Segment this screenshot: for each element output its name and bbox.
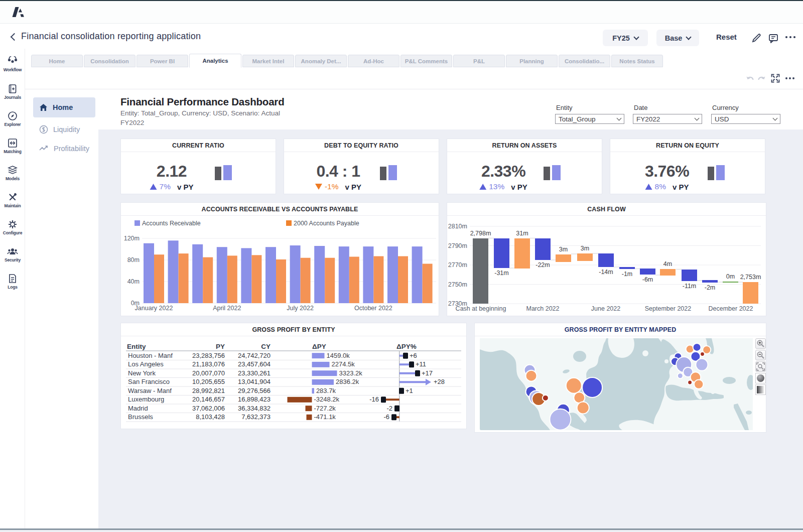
svg-text:+1: +1 bbox=[406, 387, 413, 394]
svg-text:0m: 0m bbox=[726, 273, 735, 280]
svg-text:Entity: Entity bbox=[127, 343, 146, 350]
svg-text:January 2022: January 2022 bbox=[135, 305, 173, 312]
svg-text:120m: 120m bbox=[124, 235, 140, 242]
svg-text:Luxembourg: Luxembourg bbox=[128, 395, 164, 403]
svg-text:-6: -6 bbox=[383, 413, 389, 421]
svg-text:June 2022: June 2022 bbox=[591, 305, 620, 312]
svg-text:+11: +11 bbox=[416, 360, 426, 368]
svg-text:2000 Accounts Payable: 2000 Accounts Payable bbox=[294, 220, 359, 227]
svg-text:80m: 80m bbox=[127, 256, 140, 263]
svg-text:-16: -16 bbox=[369, 395, 379, 403]
svg-text:23,283,756: 23,283,756 bbox=[192, 352, 225, 359]
svg-text:ΔPY: ΔPY bbox=[312, 343, 326, 350]
svg-text:July 2022: July 2022 bbox=[287, 305, 314, 312]
svg-text:2836.2k: 2836.2k bbox=[336, 378, 359, 385]
svg-text:+6: +6 bbox=[410, 352, 417, 359]
svg-text:37,062,006: 37,062,006 bbox=[192, 405, 225, 412]
svg-text:40m: 40m bbox=[127, 278, 140, 285]
svg-text:2790m: 2790m bbox=[448, 242, 467, 249]
svg-text:-14m: -14m bbox=[599, 269, 613, 276]
svg-text:24,742,720: 24,742,720 bbox=[238, 352, 271, 359]
svg-text:-2m: -2m bbox=[705, 284, 716, 291]
svg-text:-1m: -1m bbox=[622, 271, 633, 278]
svg-text:28,992,821: 28,992,821 bbox=[192, 387, 225, 394]
svg-text:-727.2k: -727.2k bbox=[314, 405, 336, 412]
svg-text:2,798m: 2,798m bbox=[470, 230, 491, 237]
svg-text:March 2022: March 2022 bbox=[526, 305, 559, 312]
svg-text:29,276,566: 29,276,566 bbox=[238, 387, 271, 394]
svg-text:Houston - Manf: Houston - Manf bbox=[128, 352, 173, 359]
svg-text:3m: 3m bbox=[581, 245, 589, 252]
svg-text:31m: 31m bbox=[516, 230, 528, 237]
svg-text:Los Angeles: Los Angeles bbox=[128, 360, 164, 368]
svg-text:April 2022: April 2022 bbox=[213, 305, 241, 312]
svg-text:New York: New York bbox=[128, 369, 156, 377]
svg-text:-6m: -6m bbox=[642, 276, 653, 283]
svg-text:-31m: -31m bbox=[494, 270, 508, 277]
svg-text:10,205,655: 10,205,655 bbox=[192, 378, 225, 385]
svg-text:2750m: 2750m bbox=[448, 281, 467, 288]
svg-text:20,007,070: 20,007,070 bbox=[192, 369, 225, 377]
svg-text:-2: -2 bbox=[386, 405, 392, 412]
svg-text:San Francisco: San Francisco bbox=[128, 378, 170, 385]
svg-text:7,632,373: 7,632,373 bbox=[241, 413, 271, 421]
svg-text:October 2022: October 2022 bbox=[354, 305, 392, 312]
svg-text:4m: 4m bbox=[663, 260, 672, 268]
svg-text:Cash at beginning: Cash at beginning bbox=[456, 305, 506, 312]
svg-text:283.7k: 283.7k bbox=[316, 387, 336, 394]
svg-text:20,146,657: 20,146,657 bbox=[192, 395, 225, 403]
svg-text:Brussels: Brussels bbox=[128, 413, 153, 421]
svg-text:13,041,904: 13,041,904 bbox=[238, 378, 271, 385]
svg-text:-22m: -22m bbox=[536, 261, 550, 269]
svg-text:16,898,423: 16,898,423 bbox=[238, 395, 271, 403]
svg-text:ΔPY%: ΔPY% bbox=[396, 343, 417, 350]
svg-text:8,103,428: 8,103,428 bbox=[196, 413, 225, 421]
svg-text:September 2022: September 2022 bbox=[645, 305, 691, 312]
svg-text:PY: PY bbox=[216, 343, 225, 350]
svg-text:Accounts Receivable: Accounts Receivable bbox=[142, 220, 201, 227]
svg-text:23,457,604: 23,457,604 bbox=[238, 360, 271, 368]
svg-text:3323.2k: 3323.2k bbox=[339, 369, 363, 377]
svg-text:+17: +17 bbox=[422, 369, 433, 377]
svg-text:CY: CY bbox=[261, 343, 271, 350]
svg-text:2274.5k: 2274.5k bbox=[332, 360, 355, 368]
svg-text:+28: +28 bbox=[434, 378, 445, 385]
svg-text:36,334,832: 36,334,832 bbox=[238, 405, 271, 412]
svg-text:23,330,261: 23,330,261 bbox=[238, 369, 271, 377]
svg-text:3m: 3m bbox=[559, 246, 568, 253]
svg-text:2810m: 2810m bbox=[448, 223, 467, 230]
svg-text:-471.1k: -471.1k bbox=[314, 413, 336, 421]
svg-text:2,753m: 2,753m bbox=[740, 274, 761, 281]
svg-text:December 2022: December 2022 bbox=[709, 305, 753, 312]
svg-text:2770m: 2770m bbox=[448, 261, 467, 269]
svg-text:Warsaw - Manf: Warsaw - Manf bbox=[128, 387, 172, 394]
svg-text:Madrid: Madrid bbox=[128, 405, 148, 412]
svg-text:-3248.2k: -3248.2k bbox=[314, 395, 340, 403]
svg-text:1459.0k: 1459.0k bbox=[327, 352, 350, 359]
svg-text:21,183,076: 21,183,076 bbox=[192, 360, 225, 368]
svg-text:-11m: -11m bbox=[683, 283, 697, 290]
